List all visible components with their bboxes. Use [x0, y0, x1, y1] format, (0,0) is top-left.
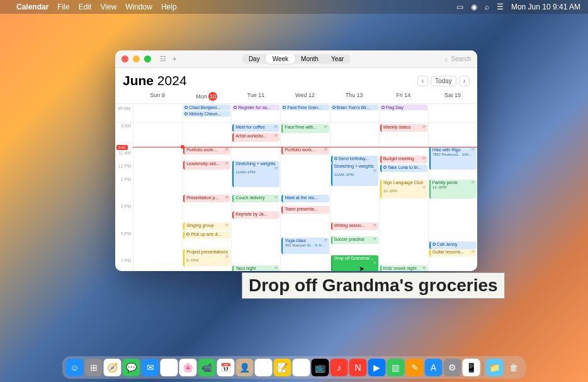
- allday-wed[interactable]: FaceTime Gran...: [280, 104, 329, 122]
- calendar-event[interactable]: Stretching + weights⟳11AM–1PM: [331, 163, 378, 186]
- view-switcher[interactable]: Day Week Month Year: [242, 54, 350, 64]
- calendar-event[interactable]: Yoga class⟳501 Stanyan St... 4–5:30PM: [281, 238, 329, 254]
- battery-icon[interactable]: ▭: [456, 3, 463, 11]
- dock-appstore-icon[interactable]: A: [425, 359, 443, 376]
- day-header[interactable]: Mon 10: [182, 90, 231, 103]
- calendar-event[interactable]: Artist worksho...⟳: [232, 133, 280, 142]
- dock-numbers-icon[interactable]: ▥: [387, 359, 405, 376]
- allday-mon[interactable]: Chad Benjami...Melody Cheun...: [182, 104, 231, 122]
- dock-notes-icon[interactable]: 📝: [274, 359, 291, 376]
- day-header[interactable]: Thu 13: [330, 90, 379, 103]
- dock-iphone-icon[interactable]: 📱: [463, 359, 480, 376]
- menu-window[interactable]: Window: [125, 3, 152, 11]
- dock-pages-icon[interactable]: ✎: [406, 359, 424, 376]
- allday-thu[interactable]: Brian Tran's Bir...: [330, 104, 379, 122]
- dock-downloads-icon[interactable]: 📁: [486, 359, 504, 376]
- dock-finder-icon[interactable]: ☺: [66, 359, 84, 376]
- allday-event[interactable]: Brian Tran's Bir...: [331, 105, 378, 110]
- dock-messages-icon[interactable]: 💬: [123, 359, 140, 376]
- view-year[interactable]: Year: [325, 54, 350, 64]
- calendar-event[interactable]: Project presentations⟳5–7PM: [183, 249, 230, 267]
- dock-facetime-icon[interactable]: 📹: [198, 359, 216, 376]
- view-month[interactable]: Month: [295, 54, 325, 64]
- dock-music-icon[interactable]: ♪: [331, 359, 348, 376]
- calendar-event[interactable]: Meet at the res...: [281, 195, 329, 202]
- day-header[interactable]: Fri 14: [379, 90, 428, 103]
- calendar-event[interactable]: Send birthday...: [331, 156, 378, 163]
- day-header[interactable]: Sun 9: [133, 90, 182, 103]
- calendar-event[interactable]: Hike with Rigo⟳7867 Redwood... 10AM–12PM: [429, 147, 477, 170]
- col-fri[interactable]: Weekly status⟳Budget meeting⟳Take Luna t…: [379, 123, 428, 271]
- menu-view[interactable]: View: [100, 3, 116, 11]
- dock-news-icon[interactable]: N: [349, 359, 367, 376]
- calendar-event[interactable]: Portfolio work...⟳: [183, 147, 230, 154]
- dock-safari-icon[interactable]: 🧭: [104, 359, 122, 376]
- col-sun[interactable]: [133, 123, 182, 271]
- close-button[interactable]: [122, 55, 128, 62]
- calendar-event[interactable]: Weekly status⟳: [380, 124, 427, 132]
- allday-sun[interactable]: [133, 104, 182, 122]
- calendar-event[interactable]: Writing sessio...⟳: [331, 223, 378, 230]
- allday-event[interactable]: Register for sa...: [232, 105, 280, 110]
- prev-button[interactable]: ‹: [417, 76, 428, 86]
- dock-mail-icon[interactable]: ✉: [142, 359, 159, 376]
- allday-tue[interactable]: Register for sa...: [231, 104, 280, 122]
- dock-keynote-icon[interactable]: ▶: [368, 359, 386, 376]
- menu-help[interactable]: Help: [161, 3, 177, 11]
- dock-reminders-icon[interactable]: ☑: [255, 359, 273, 376]
- calendar-event[interactable]: Taco night⟳: [232, 265, 280, 271]
- calendar-event[interactable]: Drop off Grandma's groceries⟳: [331, 255, 378, 271]
- add-event-icon[interactable]: +: [172, 55, 176, 63]
- day-header[interactable]: Sat 15: [428, 90, 477, 103]
- calendar-event[interactable]: Soccer practice⟳: [331, 236, 378, 244]
- dock-maps-icon[interactable]: 🗺: [161, 359, 178, 376]
- calendar-event[interactable]: Guitar lessons...⟳: [429, 249, 477, 257]
- menu-file[interactable]: File: [57, 3, 69, 11]
- calendar-event[interactable]: Singing group⟳: [183, 223, 230, 230]
- calendar-event[interactable]: Meet for coffee⟳: [232, 124, 280, 132]
- clock[interactable]: Mon Jun 10 9:41 AM: [511, 3, 580, 11]
- today-button[interactable]: Today: [431, 76, 456, 86]
- view-day[interactable]: Day: [242, 54, 266, 64]
- dock-launchpad-icon[interactable]: ⊞: [85, 359, 103, 376]
- dock-freeform-icon[interactable]: ✎: [293, 359, 310, 376]
- calendar-event[interactable]: Team presenta...: [281, 206, 329, 214]
- calendar-event[interactable]: Sign Language Club⟳12–2PM: [380, 180, 427, 199]
- calendar-event[interactable]: Portfolio work...⟳: [281, 147, 329, 154]
- calendar-event[interactable]: Take Luna to th...: [380, 165, 427, 172]
- col-thu[interactable]: Send birthday...Stretching + weights⟳11A…: [330, 123, 379, 271]
- calendar-event[interactable]: Leadership skil...⟳: [183, 161, 230, 170]
- calendar-event[interactable]: Budget meeting⟳: [380, 156, 427, 163]
- col-mon[interactable]: Portfolio work...⟳Leadership skil...⟳Pre…: [182, 123, 231, 271]
- minimize-button[interactable]: [133, 55, 140, 62]
- dock-contacts-icon[interactable]: 👤: [236, 359, 254, 376]
- calendar-event[interactable]: Presentation p...⟳: [183, 195, 230, 202]
- dock-trash-icon[interactable]: 🗑: [505, 359, 523, 376]
- search-field[interactable]: ⌕ Search: [444, 55, 471, 62]
- allday-event[interactable]: Chad Benjami...: [183, 105, 230, 110]
- allday-event[interactable]: Melody Cheun...: [183, 111, 230, 117]
- view-week[interactable]: Week: [266, 54, 295, 64]
- maximize-button[interactable]: [144, 55, 151, 62]
- calendars-icon[interactable]: ☷: [160, 55, 166, 63]
- calendar-event[interactable]: Call Jenny: [429, 241, 477, 249]
- allday-fri[interactable]: Flag Day: [379, 104, 428, 122]
- app-name[interactable]: Calendar: [16, 3, 48, 11]
- control-center-icon[interactable]: ☰: [497, 3, 504, 11]
- dock-settings-icon[interactable]: ⚙: [444, 359, 461, 376]
- calendar-event[interactable]: Keynote by Ja...: [232, 211, 280, 219]
- calendar-event[interactable]: Stretching + weights⟳11AM–1PM: [232, 161, 280, 187]
- allday-event[interactable]: Flag Day: [380, 105, 427, 110]
- day-header[interactable]: Wed 12: [280, 90, 329, 103]
- allday-sat[interactable]: [428, 104, 477, 122]
- calendar-event[interactable]: Kids' movie night⟳: [380, 265, 427, 271]
- dock-photos-icon[interactable]: 🌸: [179, 359, 197, 376]
- calendar-event[interactable]: Pick up arts &...: [183, 231, 230, 239]
- menu-edit[interactable]: Edit: [79, 3, 92, 11]
- col-wed[interactable]: FaceTime with...⟳Portfolio work...⟳Meet …: [280, 123, 329, 271]
- dock-tv-icon[interactable]: 📺: [312, 359, 329, 376]
- day-header[interactable]: Tue 11: [231, 90, 280, 103]
- col-tue[interactable]: Meet for coffee⟳Artist worksho...⟳Stretc…: [231, 123, 280, 271]
- calendar-event[interactable]: Couch delivery⟳: [232, 195, 280, 202]
- next-button[interactable]: ›: [459, 76, 470, 86]
